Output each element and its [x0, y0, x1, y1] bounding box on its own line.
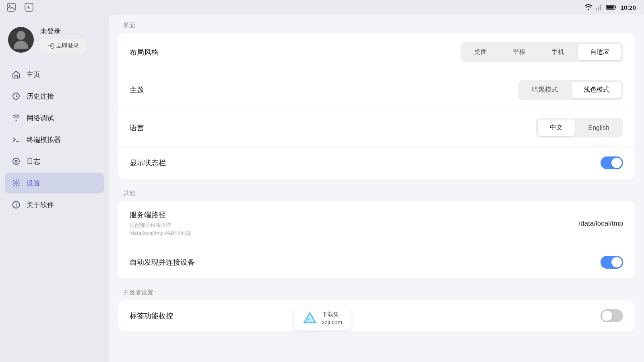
svg-text:A: A [26, 4, 30, 10]
user-section: 未登录 立即登录 [0, 23, 109, 61]
text-app-icon: A [24, 2, 34, 12]
setting-row-server-path: 服务端路径 适配部分设备没有 /data/local/tmp 的权限问题 /da… [118, 201, 634, 246]
status-time: 10:20 [621, 4, 636, 11]
svg-rect-0 [596, 8, 597, 10]
setting-label-debug: 标签功能枚控 [130, 312, 173, 320]
auto-discover-toggle[interactable] [601, 256, 623, 269]
setting-label-area-theme: 主题 [130, 85, 518, 95]
main-layout: 未登录 立即登录 [0, 14, 644, 362]
content-area: 界面 布局风格 桌面 平板 手机 自适应 主题 [109, 14, 644, 362]
status-bar: 10:20 [0, 0, 644, 14]
terminal-icon [11, 135, 21, 144]
info-icon [11, 200, 21, 210]
top-icon-bar: A [0, 0, 40, 14]
history-icon [11, 91, 21, 101]
network-icon [11, 113, 21, 123]
wifi-icon [584, 4, 592, 10]
setting-control-language: 中文 English [536, 118, 623, 138]
nav-items: 主页 历史连接 网 [0, 61, 109, 218]
avatar-head [17, 31, 25, 40]
section-developer-header: 开发者设置 [109, 282, 644, 300]
sidebar-item-log[interactable]: 日志 [5, 151, 104, 172]
setting-row-debug-feature: 标签功能枚控 [118, 300, 634, 331]
setting-label-area-language: 语言 [130, 123, 536, 133]
sidebar-item-home[interactable]: 主页 [5, 64, 104, 85]
theme-option-light[interactable]: 浅色模式 [572, 82, 621, 98]
language-option-chinese[interactable]: 中文 [538, 119, 575, 136]
language-btn-group: 中文 English [536, 118, 623, 138]
setting-sublabel-server-path: 适配部分设备没有 /data/local/tmp 的权限问题 [130, 221, 578, 237]
log-icon [11, 156, 21, 166]
setting-label-area-debug: 标签功能枚控 [130, 311, 601, 321]
setting-label-area-statusbar: 显示状态栏 [130, 158, 601, 168]
setting-label-area-layout: 布局风格 [130, 47, 460, 57]
avatar-body [14, 41, 28, 49]
setting-control-layout: 桌面 平板 手机 自适应 [460, 42, 623, 62]
battery-icon [606, 4, 617, 10]
svg-point-17 [15, 182, 17, 184]
setting-label-theme: 主题 [130, 86, 144, 94]
setting-row-language: 语言 中文 English [118, 109, 634, 147]
sidebar-label-about: 关于软件 [27, 200, 54, 210]
setting-row-layout: 布局风格 桌面 平板 手机 自适应 [118, 33, 634, 71]
sidebar-item-terminal[interactable]: 终端模拟器 [5, 129, 104, 150]
theme-option-dark[interactable]: 暗黑模式 [520, 82, 570, 98]
svg-rect-6 [607, 6, 613, 9]
settings-icon [11, 178, 21, 188]
setting-control-theme: 暗黑模式 浅色模式 [518, 80, 623, 100]
setting-label-area-auto-discover: 自动发现并连接设备 [130, 257, 601, 267]
layout-option-phone[interactable]: 手机 [539, 44, 576, 60]
sidebar-label-home: 主页 [27, 70, 40, 79]
sidebar: 未登录 立即登录 [0, 14, 109, 362]
layout-option-adaptive[interactable]: 自适应 [578, 44, 621, 60]
status-icons [584, 4, 617, 10]
settings-card-developer: 标签功能枚控 [118, 300, 634, 331]
sidebar-label-terminal: 终端模拟器 [27, 135, 61, 144]
user-name: 未登录 [40, 27, 86, 36]
svg-point-16 [16, 160, 17, 161]
svg-line-3 [601, 4, 602, 5]
theme-btn-group: 暗黑模式 浅色模式 [518, 80, 623, 100]
setting-label-auto-discover: 自动发现并连接设备 [130, 258, 195, 266]
server-path-sub1: 适配部分设备没有 [130, 222, 171, 228]
setting-control-debug [601, 309, 623, 322]
setting-row-auto-discover: 自动发现并连接设备 [118, 246, 634, 278]
section-interface-header: 界面 [109, 14, 644, 33]
sidebar-item-history[interactable]: 历史连接 [5, 86, 104, 107]
svg-point-14 [13, 158, 19, 165]
language-option-english[interactable]: English [576, 119, 621, 136]
setting-label-statusbar: 显示状态栏 [130, 159, 166, 167]
sidebar-item-network[interactable]: 网络调试 [5, 107, 104, 128]
sidebar-item-about[interactable]: 关于软件 [5, 194, 104, 215]
login-icon [47, 43, 54, 49]
sidebar-item-settings[interactable]: 设置 [5, 173, 104, 193]
server-path-value: /data/local/tmp [578, 220, 623, 228]
settings-card-interface: 布局风格 桌面 平板 手机 自适应 主题 [118, 33, 634, 179]
layout-btn-group: 桌面 平板 手机 自适应 [460, 42, 623, 62]
login-button-label: 立即登录 [56, 42, 79, 49]
avatar [8, 27, 34, 53]
layout-option-desktop[interactable]: 桌面 [462, 44, 499, 60]
setting-control-auto-discover [601, 256, 623, 269]
sidebar-label-log: 日志 [27, 157, 40, 166]
setting-row-theme: 主题 暗黑模式 浅色模式 [118, 71, 634, 109]
login-button[interactable]: 立即登录 [40, 39, 86, 53]
setting-label-area-server-path: 服务端路径 适配部分设备没有 /data/local/tmp 的权限问题 [130, 210, 578, 237]
statusbar-toggle-knob [611, 158, 622, 168]
layout-option-tablet[interactable]: 平板 [501, 44, 538, 60]
auto-discover-toggle-knob [611, 257, 622, 267]
setting-label-language: 语言 [130, 124, 144, 132]
sidebar-label-history: 历史连接 [27, 92, 54, 101]
setting-label-layout: 布局风格 [130, 48, 159, 56]
svg-rect-2 [600, 5, 601, 10]
image-app-icon [6, 2, 16, 12]
debug-toggle[interactable] [601, 309, 623, 322]
setting-control-statusbar [601, 156, 623, 169]
setting-row-statusbar: 显示状态栏 [118, 147, 634, 179]
sidebar-label-settings: 设置 [27, 179, 40, 188]
user-info: 未登录 立即登录 [40, 27, 86, 53]
svg-rect-1 [598, 6, 599, 10]
statusbar-toggle[interactable] [601, 156, 623, 169]
signal-icon [596, 4, 603, 10]
svg-point-20 [16, 203, 17, 204]
